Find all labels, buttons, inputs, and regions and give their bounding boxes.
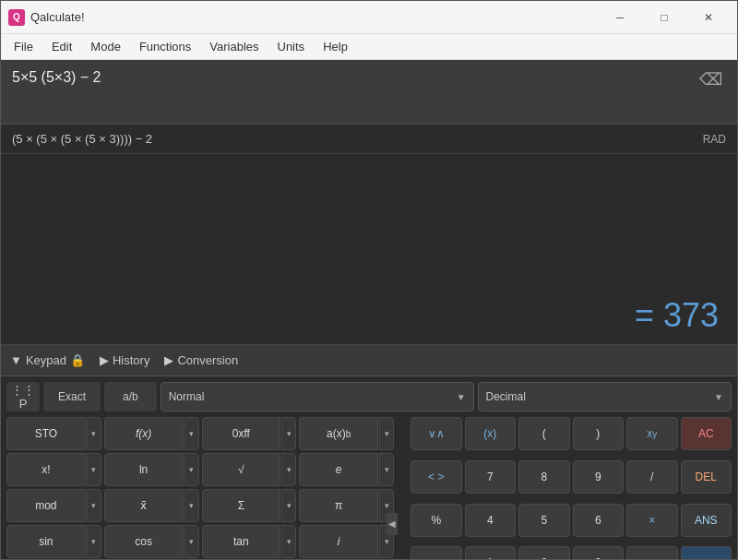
keypad-header: ▼ Keypad 🔒 ▶ History ▶ Conversion <box>1 345 737 376</box>
title-bar: Q Qalculate! ─ □ ✕ <box>1 1 737 34</box>
two-btn[interactable]: 2 <box>518 546 570 559</box>
history-arrow-icon: ▶ <box>100 353 109 367</box>
tan-button[interactable]: tan <box>202 525 281 558</box>
ln-button[interactable]: ln <box>104 453 184 486</box>
i-button[interactable]: i <box>299 525 378 558</box>
minimize-button[interactable]: ─ <box>599 5 641 30</box>
percent-btn[interactable]: % <box>411 504 462 537</box>
fx-arrow[interactable]: ▾ <box>184 417 199 450</box>
sigma-button[interactable]: Σ <box>202 489 281 522</box>
calculator-grid: STO ▾ f(x) ▾ 0xff ▾ a(x)b ▾ x! <box>6 417 732 559</box>
sto-group: STO ▾ <box>6 417 101 450</box>
e-group: e ▾ <box>299 453 394 486</box>
maximize-button[interactable]: □ <box>643 5 685 30</box>
menu-functions[interactable]: Functions <box>130 36 200 57</box>
del-btn[interactable]: DEL <box>681 460 732 494</box>
tan-arrow[interactable]: ▾ <box>281 525 296 558</box>
six-btn[interactable]: 6 <box>573 504 625 537</box>
e-arrow[interactable]: ▾ <box>379 453 394 486</box>
history-toggle[interactable]: ▶ History <box>100 353 149 367</box>
divide-btn[interactable]: / <box>626 460 678 494</box>
conversion-label: Conversion <box>177 353 238 367</box>
decimal-dropdown[interactable]: Decimal ▼ <box>478 382 732 411</box>
ac-btn[interactable]: AC <box>681 417 732 450</box>
multiply-btn[interactable]: × <box>626 504 678 537</box>
expand-left-button[interactable]: ◀ <box>387 513 398 535</box>
menu-help[interactable]: Help <box>314 36 357 57</box>
sto-arrow[interactable]: ▾ <box>87 417 101 450</box>
ab-button[interactable]: a/b <box>104 382 157 411</box>
five-btn[interactable]: 5 <box>518 504 570 537</box>
hex-button[interactable]: 0xff <box>202 417 281 450</box>
e-button[interactable]: e <box>299 453 378 486</box>
power-btn[interactable]: xy <box>626 417 678 450</box>
expression-display: (5 × (5 × (5 × (5 × 3)))) − 2 <box>12 132 152 146</box>
keypad-arrow-icon: ▼ <box>10 353 22 367</box>
pi-button[interactable]: π <box>299 489 378 522</box>
ans-btn[interactable]: ANS <box>681 504 732 537</box>
rparen-btn[interactable]: ) <box>573 417 625 450</box>
sqrt-button[interactable]: √ <box>202 453 281 486</box>
cos-arrow[interactable]: ▾ <box>184 525 199 558</box>
history-label: History <box>113 353 149 367</box>
mode-badge: RAD <box>703 133 726 146</box>
xfact-group: x! ▾ <box>6 453 101 486</box>
ln-group: ln ▾ <box>104 453 199 486</box>
normal-dropdown[interactable]: Normal ▼ <box>161 382 474 411</box>
nine-btn[interactable]: 9 <box>573 460 625 494</box>
sin-button[interactable]: sin <box>6 525 86 558</box>
conversion-toggle[interactable]: ▶ Conversion <box>164 353 238 367</box>
seven-btn[interactable]: 7 <box>465 460 517 494</box>
menu-units[interactable]: Units <box>268 36 315 57</box>
mod-arrow[interactable]: ▾ <box>87 489 101 522</box>
app-icon: Q <box>8 9 25 26</box>
mod-button[interactable]: mod <box>6 489 86 522</box>
compare-btn[interactable]: < > <box>411 460 462 494</box>
lparen-btn[interactable]: ( <box>518 417 570 450</box>
sto-button[interactable]: STO <box>6 417 86 450</box>
logic-btn[interactable]: ∨∧ <box>411 417 462 450</box>
exact-button[interactable]: Exact <box>43 382 101 411</box>
cos-button[interactable]: cos <box>104 525 184 558</box>
cos-group: cos ▾ <box>104 525 199 558</box>
one-btn[interactable]: 1 <box>465 546 517 559</box>
ln-arrow[interactable]: ▾ <box>184 453 199 486</box>
equals-btn[interactable]: = <box>681 546 732 559</box>
keypad-toggle[interactable]: ▼ Keypad 🔒 <box>10 353 85 367</box>
lock-icon: 🔒 <box>70 353 85 367</box>
axb-button[interactable]: a(x)b <box>299 417 378 450</box>
menu-variables[interactable]: Variables <box>200 36 268 57</box>
xbar-button[interactable]: x̄ <box>104 489 184 522</box>
app-title: Qalculate! <box>30 10 599 24</box>
decimal-dropdown-arrow: ▼ <box>714 392 723 402</box>
three-btn[interactable]: 3 <box>573 546 625 559</box>
plusminus-btn[interactable]: ± <box>411 546 462 559</box>
top-controls: ⋮⋮ P Exact a/b Normal ▼ Decimal ▼ <box>6 382 732 411</box>
axb-arrow[interactable]: ▾ <box>379 417 394 450</box>
pi-group: π ▾ <box>299 489 394 522</box>
backspace-button[interactable]: ⌫ <box>696 69 726 89</box>
hex-arrow[interactable]: ▾ <box>281 417 296 450</box>
input-area[interactable]: 5×5 (5×3) − 2 ⌫ <box>1 60 737 125</box>
sqrt-arrow[interactable]: ▾ <box>281 453 296 486</box>
fx-button[interactable]: f(x) <box>104 417 184 450</box>
xfact-arrow[interactable]: ▾ <box>87 453 101 486</box>
menu-file[interactable]: File <box>5 36 42 57</box>
minus-btn[interactable]: − <box>626 546 678 559</box>
expression-area: (5 × (5 × (5 × (5 × 3)))) − 2 RAD <box>1 125 737 154</box>
menu-mode[interactable]: Mode <box>81 36 130 57</box>
xbar-arrow[interactable]: ▾ <box>184 489 199 522</box>
paren-x-btn[interactable]: (x) <box>465 417 517 450</box>
close-button[interactable]: ✕ <box>687 5 730 30</box>
p-button[interactable]: ⋮⋮ P <box>6 382 40 411</box>
sin-arrow[interactable]: ▾ <box>87 525 101 558</box>
menu-edit[interactable]: Edit <box>42 36 81 57</box>
left-panel: STO ▾ f(x) ▾ 0xff ▾ a(x)b ▾ x! <box>6 417 394 559</box>
sigma-arrow[interactable]: ▾ <box>281 489 296 522</box>
fx-group: f(x) ▾ <box>104 417 199 450</box>
eight-btn[interactable]: 8 <box>518 460 570 494</box>
keypad-body: ⋮⋮ P Exact a/b Normal ▼ Decimal ▼ <box>1 376 737 559</box>
four-btn[interactable]: 4 <box>465 504 517 537</box>
xfact-button[interactable]: x! <box>6 453 86 486</box>
input-expression: 5×5 (5×3) − 2 <box>12 69 696 86</box>
